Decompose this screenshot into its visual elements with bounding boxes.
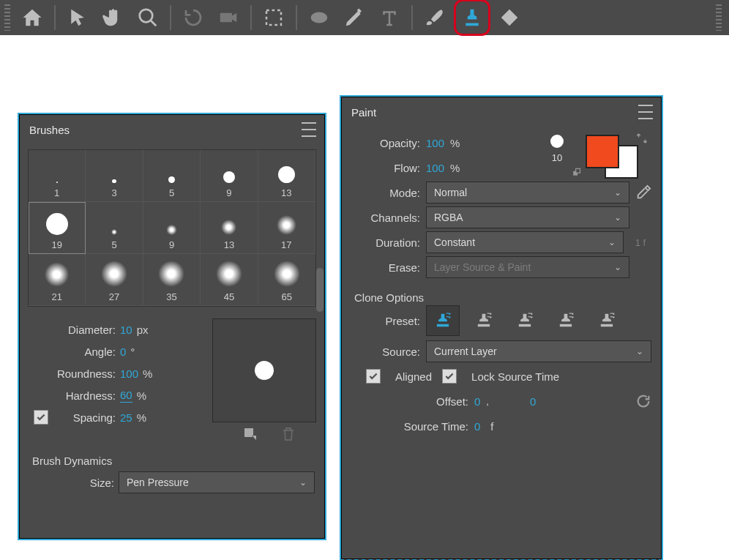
new-brush-icon[interactable]	[242, 425, 259, 443]
toolbar-grip[interactable]	[4, 4, 10, 31]
brush-preset-cell[interactable]: 13	[201, 202, 258, 254]
offset-x-value[interactable]: 0	[474, 395, 480, 408]
main-toolbar	[0, 0, 729, 35]
diameter-label: Diameter:	[34, 324, 116, 336]
brush-dot-icon	[111, 229, 117, 235]
panel-menu-button[interactable]	[638, 102, 653, 122]
source-time-value[interactable]: 0	[474, 420, 480, 433]
foreground-color-swatch[interactable]	[586, 135, 619, 168]
home-tool[interactable]	[16, 1, 48, 34]
brush-dot-icon	[101, 261, 127, 287]
brush-preset-cell[interactable]: 27	[86, 254, 143, 306]
spacing-unit: %	[137, 411, 146, 424]
clone-preset-4[interactable]	[549, 305, 583, 336]
aligned-checkbox[interactable]	[366, 369, 381, 384]
pen-icon	[343, 7, 365, 29]
svg-point-18	[572, 313, 573, 315]
chevron-down-icon: ⌄	[636, 346, 643, 356]
brush-size-label: 17	[281, 239, 291, 250]
selection-tool[interactable]	[61, 1, 94, 34]
type-tool[interactable]	[373, 1, 405, 34]
region-tool[interactable]	[258, 1, 290, 34]
source-label: Source:	[351, 346, 420, 358]
brush-preset-cell[interactable]: 19	[29, 202, 86, 254]
brush-size-label: 27	[109, 291, 119, 302]
svg-rect-12	[487, 313, 490, 314]
brush-preset-cell[interactable]: 45	[201, 254, 258, 306]
trash-icon[interactable]	[280, 425, 297, 443]
brush-preset-cell[interactable]: 65	[258, 254, 315, 306]
ellipse-tool[interactable]	[303, 1, 335, 34]
clone-stamp-tool[interactable]	[454, 0, 490, 36]
paint-panel: Paint Opacity: 100 % Flow: 100 % 10	[340, 95, 663, 560]
brush-preset-grid: 135913195913172127354565	[28, 149, 316, 307]
brush-preset-cell[interactable]: 3	[86, 150, 143, 202]
diameter-value[interactable]: 10	[120, 324, 132, 336]
eyedropper-icon[interactable]	[635, 184, 651, 201]
clone-preset-5[interactable]	[590, 305, 624, 336]
angle-value[interactable]: 0	[120, 346, 126, 358]
stamp-icon	[461, 7, 483, 29]
panel-menu-button[interactable]	[302, 120, 316, 139]
hand-tool[interactable]	[97, 1, 129, 34]
hardness-value[interactable]: 60	[120, 389, 132, 403]
ellipse-icon	[308, 7, 330, 29]
brush-preset-cell[interactable]: 21	[29, 254, 86, 306]
pen-tool[interactable]	[338, 1, 370, 34]
magnifier-icon	[137, 7, 159, 29]
reset-offset-icon[interactable]	[635, 393, 651, 409]
brush-size-indicator[interactable]: 10	[552, 152, 562, 163]
spacing-value[interactable]: 25	[120, 411, 132, 424]
svg-rect-25	[610, 316, 613, 317]
zoom-tool[interactable]	[132, 1, 164, 34]
eraser-tool[interactable]	[493, 1, 526, 34]
camera-tool[interactable]	[212, 1, 244, 34]
brush-size-label: 65	[282, 291, 292, 302]
spacing-checkbox[interactable]	[34, 410, 48, 425]
toolbar-grip-right[interactable]	[716, 4, 722, 31]
brush-preset-cell[interactable]: 13	[258, 150, 315, 202]
brush-tool[interactable]	[419, 1, 451, 34]
opacity-unit: %	[450, 137, 460, 149]
clone-preset-row	[426, 305, 624, 336]
brush-grid-scrollbar[interactable]	[316, 268, 324, 312]
panel-title: Brushes	[29, 124, 70, 136]
hardness-label: Hardness:	[34, 389, 116, 402]
roundness-value[interactable]: 100	[120, 367, 138, 380]
channels-select[interactable]: RGBA ⌄	[426, 206, 629, 228]
toolbar-separator	[250, 5, 252, 30]
clone-preset-1[interactable]	[426, 305, 460, 336]
clone-preset-2[interactable]	[467, 305, 501, 336]
svg-point-23	[613, 316, 614, 318]
lock-source-time-checkbox[interactable]	[442, 369, 457, 384]
mode-select[interactable]: Normal ⌄	[426, 182, 629, 204]
source-select[interactable]: Current Layer ⌄	[426, 340, 651, 362]
brush-preset-cell[interactable]: 9	[143, 202, 201, 254]
brush-preset-cell[interactable]: 1	[29, 150, 86, 202]
duration-select[interactable]: Constant ⌄	[426, 231, 624, 253]
offset-y-value[interactable]: 0	[530, 395, 536, 408]
default-colors-icon[interactable]	[572, 167, 583, 177]
brush-size-label: 1	[54, 187, 59, 198]
rotate-tool[interactable]	[177, 1, 209, 34]
opacity-value[interactable]: 100	[426, 137, 444, 149]
brush-icon	[424, 7, 446, 29]
flow-label: Flow:	[351, 162, 420, 174]
brush-preset-cell[interactable]: 17	[258, 202, 315, 254]
brush-tip-preview[interactable]	[550, 135, 564, 148]
flow-value[interactable]: 100	[426, 162, 444, 174]
stamp-preset-icon	[556, 310, 576, 331]
brush-preset-cell[interactable]: 35	[143, 254, 201, 306]
brush-preset-cell[interactable]: 9	[201, 150, 258, 202]
brush-preset-cell[interactable]: 5	[143, 150, 201, 202]
brush-size-label: 19	[51, 239, 61, 250]
source-value: Current Layer	[434, 346, 497, 357]
brush-dot-icon	[56, 182, 58, 183]
clone-preset-3[interactable]	[508, 305, 542, 336]
dynamics-size-select[interactable]: Pen Pressure ⌄	[119, 471, 315, 493]
brush-preset-cell[interactable]: 5	[86, 202, 143, 254]
erase-select: Layer Source & Paint ⌄	[426, 256, 629, 278]
svg-point-10	[490, 313, 491, 315]
swap-colors-icon[interactable]	[635, 132, 648, 145]
dynamics-size-value: Pen Pressure	[127, 477, 189, 488]
